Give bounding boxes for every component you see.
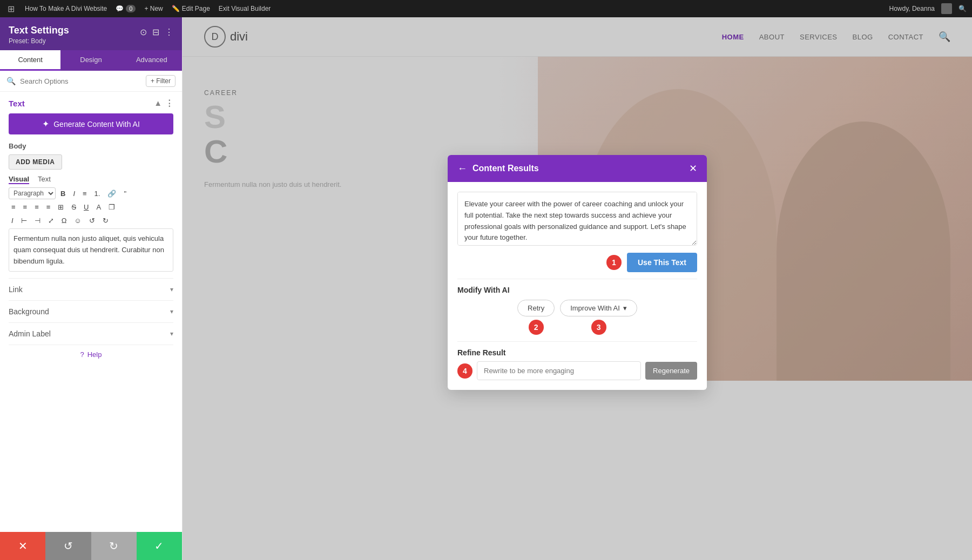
emoji-button[interactable]: ☺ — [71, 215, 84, 226]
help-icon: ? — [80, 350, 84, 359]
use-this-text-button[interactable]: Use This Text — [627, 253, 697, 272]
ordered-list-button[interactable]: 1. — [92, 188, 103, 199]
edit-page-link[interactable]: ✏️ Edit Page — [172, 5, 210, 12]
bold-button[interactable]: B — [58, 188, 68, 199]
italic-button[interactable]: I — [70, 188, 78, 199]
refine-input[interactable] — [477, 361, 641, 380]
ai-generate-button[interactable]: ✦ Generate Content With AI — [9, 113, 173, 134]
link-section-label: Link — [9, 285, 23, 294]
modify-row: Retry 2 Improve With AI ▾ 3 — [457, 300, 697, 335]
sidebar-search: 🔍 + Filter — [0, 71, 182, 92]
redo-icon: ↻ — [109, 539, 118, 552]
toolbar-row-3: I ⊢ ⊣ ⤢ Ω ☺ ↺ ↻ — [9, 215, 173, 226]
refine-label: Refine Result — [457, 348, 697, 357]
indent-button[interactable]: ⊢ — [18, 215, 30, 226]
user-avatar[interactable] — [941, 3, 952, 14]
background-section-label: Background — [9, 307, 49, 316]
retry-button[interactable]: Retry — [517, 300, 555, 316]
italic2-button[interactable]: I — [9, 215, 16, 226]
refine-row: Regenerate — [477, 361, 697, 380]
search-icon[interactable]: 🔍 — [959, 5, 967, 12]
text-color-button[interactable]: A — [93, 201, 104, 213]
badge-2: 2 — [529, 320, 544, 335]
badge-1: 1 — [606, 255, 622, 270]
align-left-button[interactable]: ≡ — [9, 201, 18, 213]
link-chevron-icon: ▾ — [170, 286, 173, 293]
visual-tab[interactable]: Visual — [9, 175, 29, 184]
unordered-list-button[interactable]: ≡ — [80, 188, 90, 199]
resize-button[interactable]: ⤢ — [45, 215, 57, 226]
link-section[interactable]: Link ▾ — [9, 278, 173, 300]
sidebar-bottom-bar: ✕ ↺ ↻ ✓ — [0, 532, 182, 560]
tab-advanced[interactable]: Advanced — [122, 50, 182, 71]
align-right-button[interactable]: ≡ — [32, 201, 42, 213]
text-section-label: Text — [9, 99, 25, 108]
toolbar-row-1: Paragraph B I ≡ 1. 🔗 " — [9, 187, 173, 199]
modify-label: Modify With AI — [457, 286, 697, 294]
undo-history-button[interactable]: ↺ — [45, 532, 91, 560]
strikethrough-button[interactable]: S — [69, 201, 79, 213]
filter-button[interactable]: + Filter — [146, 75, 176, 87]
comment-icon[interactable]: 💬 0 — [116, 5, 136, 12]
omega-button[interactable]: Ω — [59, 215, 70, 226]
redo-button[interactable]: ↻ — [100, 215, 111, 226]
search-options-icon: 🔍 — [6, 77, 16, 85]
underline-button[interactable]: U — [81, 201, 91, 213]
body-label: Body — [9, 142, 173, 150]
regenerate-button[interactable]: Regenerate — [645, 362, 697, 380]
text-tab[interactable]: Text — [38, 175, 51, 184]
sidebar-header: Text Settings Preset: Body ⊙ ⊟ ⋮ — [0, 17, 182, 50]
redo-history-button[interactable]: ↻ — [91, 532, 137, 560]
sidebar-preset[interactable]: Preset: Body — [9, 37, 69, 45]
layout-icon[interactable]: ⊟ — [152, 27, 159, 37]
tab-content[interactable]: Content — [0, 50, 60, 71]
cancel-icon: ✕ — [18, 539, 28, 552]
sidebar-title: Text Settings — [9, 25, 69, 36]
divider-1 — [457, 279, 697, 279]
search-options-input[interactable] — [20, 77, 141, 85]
admin-bar: ⊞ How To Make A Divi Website 💬 0 + New ✏… — [0, 0, 972, 17]
divider-2 — [457, 341, 697, 342]
generated-text-area[interactable] — [457, 192, 697, 246]
add-media-button[interactable]: ADD MEDIA — [9, 154, 62, 170]
modal-header: ← Content Results ✕ — [448, 155, 707, 182]
collapse-icon[interactable]: ▲ — [154, 98, 162, 108]
site-name[interactable]: How To Make A Divi Website — [25, 5, 107, 12]
more-icon[interactable]: ⋮ — [165, 27, 173, 37]
align-center-button[interactable]: ≡ — [21, 201, 30, 213]
confirm-icon: ✓ — [154, 539, 164, 552]
wp-logo-icon[interactable]: ⊞ — [5, 3, 16, 14]
exit-builder-link[interactable]: Exit Visual Builder — [219, 5, 271, 12]
sidebar-content: Text ▲ ⋮ ✦ Generate Content With AI Body… — [0, 92, 182, 532]
admin-label-section-label: Admin Label — [9, 329, 51, 338]
cancel-button[interactable]: ✕ — [0, 532, 45, 560]
quote-button[interactable]: " — [121, 188, 129, 199]
background-chevron-icon: ▾ — [170, 308, 173, 315]
settings-icon[interactable]: ⊙ — [140, 27, 147, 37]
user-greeting: Howdy, Deanna — [889, 5, 935, 12]
improve-wrapper: Improve With AI ▾ 3 — [560, 300, 637, 335]
improve-chevron-icon: ▾ — [623, 304, 627, 312]
use-this-row: 1 Use This Text — [457, 253, 697, 272]
help-row[interactable]: ? Help — [9, 345, 173, 364]
retry-wrapper: Retry 2 — [517, 300, 555, 335]
outdent-button[interactable]: ⊣ — [32, 215, 43, 226]
undo-button[interactable]: ↺ — [86, 215, 98, 226]
badge-4: 4 — [457, 363, 473, 379]
modal-back-icon[interactable]: ← — [457, 163, 467, 174]
tab-design[interactable]: Design — [60, 50, 121, 71]
paragraph-select[interactable]: Paragraph — [9, 187, 56, 199]
modal-close-button[interactable]: ✕ — [689, 163, 697, 174]
copy-format-button[interactable]: ❐ — [106, 201, 118, 213]
editor-content-area[interactable]: Fermentum nulla non justo aliquet, quis … — [9, 228, 173, 272]
confirm-button[interactable]: ✓ — [137, 532, 182, 560]
align-justify-button[interactable]: ≡ — [44, 201, 53, 213]
improve-label: Improve With AI — [570, 304, 620, 312]
new-post-link[interactable]: + New — [144, 5, 163, 12]
admin-label-section[interactable]: Admin Label ▾ — [9, 322, 173, 345]
table-button[interactable]: ⊞ — [55, 201, 66, 213]
background-section[interactable]: Background ▾ — [9, 300, 173, 322]
section-menu-icon[interactable]: ⋮ — [165, 98, 173, 108]
link-button[interactable]: 🔗 — [105, 188, 119, 199]
improve-with-ai-button[interactable]: Improve With AI ▾ — [560, 300, 637, 316]
